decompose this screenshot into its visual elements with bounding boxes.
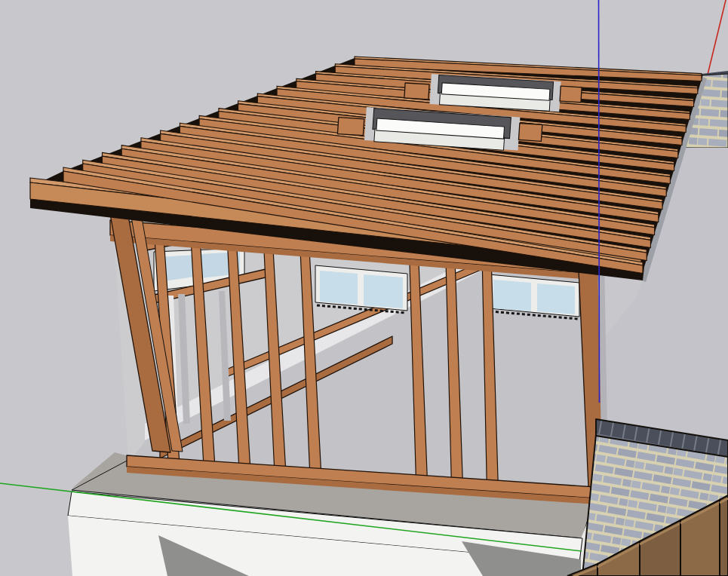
skylight-side-rafter: [518, 123, 542, 141]
window-glass-pane[interactable]: [537, 283, 575, 314]
model-viewport[interactable]: [0, 0, 728, 576]
front-wall-window-right[interactable]: [489, 274, 579, 319]
stair-step[interactable]: [720, 495, 728, 576]
blue-axis: [599, 0, 600, 403]
window-glass-pane[interactable]: [364, 274, 403, 308]
skylight-side-rafter: [560, 86, 582, 103]
blue-axis-line: [599, 0, 600, 403]
window-glass-pane[interactable]: [320, 271, 358, 305]
window-glass-pane[interactable]: [493, 280, 531, 311]
skylight-side-rafter: [404, 83, 429, 100]
front-wall-window-left[interactable]: [315, 265, 407, 313]
skylight-side-rafter: [337, 118, 364, 136]
viewport-canvas[interactable]: [0, 0, 728, 576]
